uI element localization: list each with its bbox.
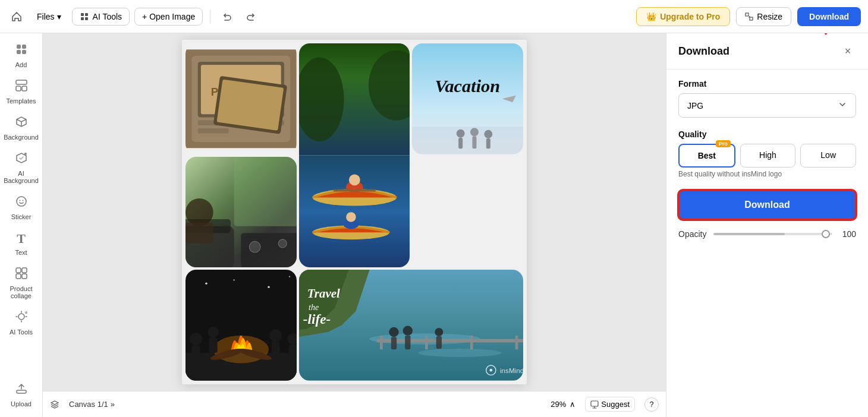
svg-rect-76 [209,338,218,353]
svg-rect-92 [405,336,410,349]
sidebar-ai-background-label: AI Background [4,170,39,184]
collage-grid: PASSPORT [182,40,527,384]
resize-button[interactable]: Resize [736,7,791,26]
background-icon [15,115,28,131]
format-select[interactable]: JPG [678,93,856,118]
svg-point-45 [346,212,356,222]
svg-text:the: the [309,303,319,312]
svg-rect-36 [299,156,410,268]
files-chevron: ▾ [57,12,61,21]
svg-rect-0 [81,13,84,16]
ai-tools-sidebar-icon: AI [15,310,28,326]
canvas-chevron: » [111,400,115,409]
svg-point-67 [268,286,270,289]
close-icon: × [845,45,851,58]
sidebar-upload-label: Upload [11,400,32,407]
collage-cell-cliff: Travel the -life- insMind.com [299,270,523,381]
svg-rect-12 [22,86,27,91]
svg-point-52 [485,130,493,138]
sidebar-item-ai-tools[interactable]: AI AI Tools [2,305,40,340]
svg-point-21 [18,314,24,320]
opacity-label: Opacity [678,229,706,239]
svg-rect-32 [198,128,229,133]
panel-close-button[interactable]: × [839,43,856,59]
svg-rect-85 [380,336,383,349]
ai-background-icon [15,151,28,168]
svg-rect-51 [473,136,477,149]
sidebar-item-product-collage[interactable]: Product collage [2,262,40,304]
help-label: ? [650,400,654,409]
quality-low-button[interactable]: Low [800,144,856,168]
svg-point-89 [389,327,398,337]
quality-high-button[interactable]: High [740,144,796,168]
open-image-button[interactable]: + Open Image [134,8,203,26]
collage-cell-kayak [299,43,410,267]
sidebar-item-text[interactable]: T Text [2,226,40,261]
svg-rect-78 [272,342,280,358]
svg-point-77 [269,330,282,342]
format-chevron-icon [838,100,847,111]
sidebar-item-templates[interactable]: Templates [2,74,40,109]
sidebar-item-ai-background[interactable]: AI Background [2,147,40,189]
upload-icon [15,382,28,398]
download-top-button[interactable]: Download [797,7,861,26]
sidebar-templates-label: Templates [6,97,36,105]
svg-rect-4 [746,13,749,16]
bottom-bar: Canvas 1/1 » 29% ∧ Suggest ? [43,391,666,417]
download-main-label: Download [744,200,790,210]
canvas-info[interactable]: Canvas 1/1 » [69,400,115,409]
opacity-handle[interactable] [822,230,830,238]
svg-point-73 [190,333,202,345]
files-menu[interactable]: Files ▾ [31,8,67,25]
panel-body: Format JPG Quality Pro Best [666,70,868,229]
sidebar-item-add[interactable]: Add [2,38,40,73]
sidebar-item-background[interactable]: Background [2,110,40,146]
svg-rect-101 [591,401,598,406]
ai-tools-button[interactable]: AI Tools [72,8,130,26]
svg-rect-19 [16,274,21,279]
layers-button[interactable] [50,400,59,409]
svg-point-50 [470,128,479,136]
sidebar-item-sticker[interactable]: Sticker [2,190,40,225]
svg-point-65 [205,283,207,285]
opacity-section: Opacity 100 [666,229,868,239]
svg-rect-90 [391,337,396,349]
text-icon: T [17,231,26,247]
redo-button[interactable] [241,7,260,26]
sidebar-add-label: Add [15,61,27,68]
svg-rect-61 [241,233,296,267]
resize-label: Resize [757,12,782,21]
zoom-control[interactable]: 29% ∧ [551,400,575,409]
canvas-container[interactable]: PASSPORT [43,33,666,391]
svg-rect-20 [22,274,27,279]
svg-rect-87 [470,336,473,349]
format-value: JPG [687,101,703,110]
opacity-value: 100 [839,229,856,239]
home-button[interactable] [7,7,26,26]
svg-rect-1 [85,13,88,16]
suggest-button[interactable]: Suggest [585,397,635,412]
svg-point-63 [278,239,287,247]
main-area: Add Templates Background [0,33,868,417]
svg-rect-86 [425,336,428,349]
svg-point-48 [457,129,465,138]
sidebar-ai-tools-label: AI Tools [10,328,33,336]
undo-button[interactable] [218,7,237,26]
topbar-right: 👑 Upgrade to Pro Resize Download [636,7,861,26]
svg-point-68 [289,276,290,277]
help-button[interactable]: ? [644,397,659,412]
svg-rect-53 [486,138,490,149]
panel-title: Download [678,45,729,58]
opacity-slider[interactable] [713,233,832,235]
download-main-button[interactable]: Download [678,190,856,220]
svg-point-14 [17,197,26,206]
download-panel: Download × Format JPG Qu [666,33,868,417]
svg-rect-11 [16,86,21,91]
quality-best-button[interactable]: Pro Best [678,144,735,168]
svg-point-83 [418,349,501,357]
upgrade-to-pro-button[interactable]: 👑 Upgrade to Pro [636,7,730,26]
quality-hint: Best quality without insMind logo [678,170,856,178]
format-section: Format JPG [678,79,856,118]
collage-cell-car [185,157,297,268]
sidebar-item-upload[interactable]: Upload [2,377,40,412]
